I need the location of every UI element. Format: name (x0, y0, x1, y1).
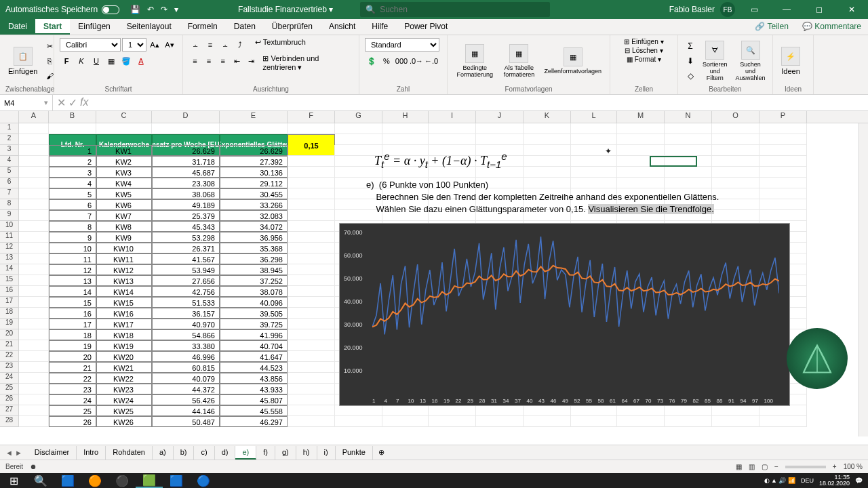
cell-B20[interactable]: 18 (49, 329, 96, 340)
taskbar-excel[interactable]: 🟩 (136, 473, 163, 488)
cell-D16[interactable]: 42.756 (152, 286, 220, 297)
cell-M4[interactable] (617, 156, 665, 167)
cell-A5[interactable] (19, 167, 49, 178)
sheet-tab-b)[interactable]: b) (174, 446, 195, 460)
cell-N4[interactable] (665, 156, 712, 167)
cell-K3[interactable] (524, 145, 571, 156)
chart[interactable]: 70.00060.00050.00040.00030.00020.00010.0… (339, 223, 790, 406)
cell-A3[interactable] (19, 145, 49, 156)
align-bottom-icon[interactable]: ⫠ (218, 38, 232, 52)
cell-B8[interactable]: 6 (49, 199, 96, 210)
row-header-7[interactable]: 7 (0, 188, 19, 199)
cell-F23[interactable] (288, 362, 335, 373)
cell-A7[interactable] (19, 188, 49, 199)
cell-B9[interactable]: 7 (49, 210, 96, 221)
record-macro-icon[interactable]: ⏺ (30, 463, 37, 470)
col-header-D[interactable]: D (152, 111, 220, 123)
cell-B5[interactable]: 3 (49, 167, 96, 178)
cell-C8[interactable]: KW6 (96, 199, 152, 210)
sheet-tab-h)[interactable]: h) (296, 446, 317, 460)
cell-K28[interactable] (524, 416, 571, 427)
cell-F12[interactable] (288, 243, 335, 253)
name-box[interactable]: M4▾ (0, 95, 53, 110)
cell-B10[interactable]: 8 (49, 221, 96, 232)
cell-H2[interactable] (382, 134, 429, 145)
cell-O4[interactable] (712, 156, 760, 167)
tab-view[interactable]: Ansicht (321, 19, 363, 35)
cell-D3[interactable]: 26.629 (152, 145, 220, 156)
tray-notifications-icon[interactable]: 💬 (855, 477, 863, 484)
cell-J1[interactable] (476, 123, 524, 134)
font-name-select[interactable]: Calibri (60, 38, 121, 52)
row-header-12[interactable]: 12 (0, 243, 19, 253)
cell-F13[interactable] (288, 253, 335, 264)
cell-H28[interactable] (382, 416, 429, 427)
font-color-icon[interactable]: A (134, 54, 148, 68)
cell-E19[interactable]: 39.725 (220, 319, 288, 329)
cell-L2[interactable] (571, 134, 617, 145)
cell-D4[interactable]: 31.718 (152, 156, 220, 167)
row-header-3[interactable]: 3 (0, 145, 19, 156)
autosum-icon[interactable]: Σ (684, 39, 697, 53)
align-middle-icon[interactable]: ≡ (203, 38, 217, 52)
col-header-I[interactable]: I (429, 111, 476, 123)
cell-E9[interactable]: 32.083 (220, 210, 288, 221)
tab-file[interactable]: Datei (0, 19, 35, 35)
cell-B7[interactable]: 5 (49, 188, 96, 199)
cell-F26[interactable] (288, 394, 335, 405)
cell-I28[interactable] (429, 416, 476, 427)
row-header-27[interactable]: 27 (0, 405, 19, 416)
search-box[interactable]: 🔍 (360, 2, 550, 17)
user-name[interactable]: Fabio Basler (669, 5, 715, 14)
cell-F19[interactable] (288, 319, 335, 329)
cell-C7[interactable]: KW5 (96, 188, 152, 199)
cell-L1[interactable] (571, 123, 617, 134)
cell-P1[interactable] (760, 123, 807, 134)
document-title[interactable]: Fallstudie Finanzvertrieb ▾ (238, 5, 333, 14)
cell-J2[interactable] (476, 134, 524, 145)
view-layout-icon[interactable]: ▥ (749, 463, 755, 470)
cell-N3[interactable] (665, 145, 712, 156)
cell-E27[interactable]: 45.558 (220, 405, 288, 416)
cell-F24[interactable] (288, 373, 335, 384)
sheet-tab-Intro[interactable]: Intro (77, 446, 106, 460)
cell-F10[interactable] (288, 221, 335, 232)
italic-button[interactable]: K (75, 54, 88, 68)
cell-B27[interactable]: 25 (49, 405, 96, 416)
cell-E22[interactable]: 41.647 (220, 351, 288, 362)
fill-color-icon[interactable]: 🪣 (119, 54, 133, 68)
cell-O3[interactable] (712, 145, 760, 156)
fill-icon[interactable]: ⬇ (684, 54, 697, 68)
comma-icon[interactable]: 000 (395, 54, 408, 68)
cell-C25[interactable]: KW23 (96, 384, 152, 394)
cell-A15[interactable] (19, 275, 49, 286)
cell-A19[interactable] (19, 319, 49, 329)
cell-B19[interactable]: 17 (49, 319, 96, 329)
cell-O2[interactable] (712, 134, 760, 145)
cell-E4[interactable]: 27.392 (220, 156, 288, 167)
cell-N2[interactable] (665, 134, 712, 145)
row-header-8[interactable]: 8 (0, 199, 19, 210)
cell-B4[interactable]: 2 (49, 156, 96, 167)
col-header-P[interactable]: P (760, 111, 807, 123)
sheet-tab-i)[interactable]: i) (317, 446, 336, 460)
maximize-icon[interactable]: ◻ (806, 0, 833, 19)
cell-C27[interactable]: KW25 (96, 405, 152, 416)
cell-F14[interactable] (288, 264, 335, 275)
merge-button[interactable]: ⊞ Verbinden und zentrieren ▾ (262, 54, 353, 72)
cell-K27[interactable] (524, 405, 571, 416)
cell-A27[interactable] (19, 405, 49, 416)
cell-K2[interactable] (524, 134, 571, 145)
sheet-tab-g)[interactable]: g) (275, 446, 296, 460)
cell-O5[interactable] (712, 167, 760, 178)
cell-B12[interactable]: 10 (49, 243, 96, 253)
row-header-17[interactable]: 17 (0, 297, 19, 308)
cell-L27[interactable] (571, 405, 617, 416)
cell-B17[interactable]: 15 (49, 297, 96, 308)
cell-L4[interactable] (571, 156, 617, 167)
cell-E17[interactable]: 40.096 (220, 297, 288, 308)
col-header-E[interactable]: E (220, 111, 288, 123)
cell-B26[interactable]: 24 (49, 394, 96, 405)
cell-K1[interactable] (524, 123, 571, 134)
cell-G2[interactable] (335, 134, 382, 145)
